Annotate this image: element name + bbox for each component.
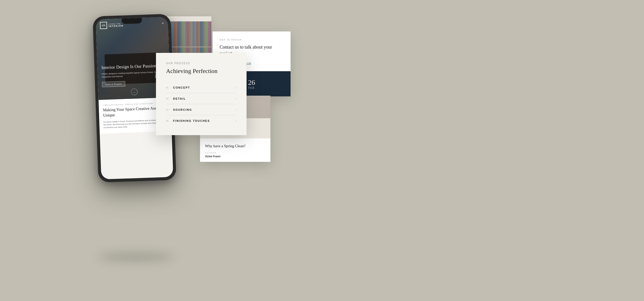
process-num-2: 02 <box>166 97 170 100</box>
blog-author-name: Vickie Fraser <box>205 155 265 158</box>
process-item-detail[interactable]: 02 DETAIL › <box>166 93 236 104</box>
phone-logo-line2: INTERIOR <box>108 24 123 27</box>
phone-logo-group: LTI LIVING THE INTERIOR <box>100 21 124 29</box>
start-project-button[interactable]: Start A Project <box>102 81 125 87</box>
process-label-sourcing: SOURCING <box>173 108 235 111</box>
phone-shadow <box>98 253 174 261</box>
date-number: 26 <box>248 79 255 87</box>
process-label-finishing: FINISHING TOUCHES <box>173 119 235 122</box>
process-item-finishing[interactable]: 04 FINISHING TOUCHES › <box>166 115 236 126</box>
chevron-right-icon-detail: › <box>235 97 236 100</box>
menu-icon[interactable]: ≡ <box>162 21 164 25</box>
blog-author-label: AUTHOR <box>205 152 265 154</box>
process-num-1: 01 <box>166 86 170 89</box>
date-month: FEB <box>248 87 255 89</box>
chevron-down-icon: ⌄ <box>133 90 135 93</box>
blog-card-title: Why have a Spring Clean? <box>205 143 265 149</box>
date-badge: 26 FEB <box>248 79 255 89</box>
contact-card-label: GET IN TOUCH <box>220 39 284 41</box>
process-card-label: OUR PROCESS <box>166 62 236 65</box>
process-item-sourcing[interactable]: 03 SOURCING › <box>166 104 236 115</box>
phone-notch <box>122 18 142 24</box>
blog-card-body: Why have a Spring Clean? AUTHOR Vickie F… <box>200 138 270 162</box>
process-label-detail: DETAIL <box>173 97 235 100</box>
process-label-concept: CONCEPT <box>173 86 235 89</box>
process-card: OUR PROCESS Achieving Perfection 01 CONC… <box>156 53 247 135</box>
phone-logo-icon: LTI <box>100 22 107 29</box>
phone-logo-icon-text: LTI <box>102 24 105 27</box>
process-card-title: Achieving Perfection <box>166 67 236 75</box>
process-num-4: 04 <box>166 120 170 122</box>
process-item-concept[interactable]: 01 CONCEPT › <box>166 82 236 93</box>
chevron-right-icon-finishing: › <box>235 119 236 123</box>
process-num-3: 03 <box>166 108 170 111</box>
chevron-right-icon-sourcing: › <box>235 108 236 111</box>
phone-logo-text: LIVING THE INTERIOR <box>108 23 124 27</box>
chevron-right-icon-concept: › <box>235 86 236 89</box>
